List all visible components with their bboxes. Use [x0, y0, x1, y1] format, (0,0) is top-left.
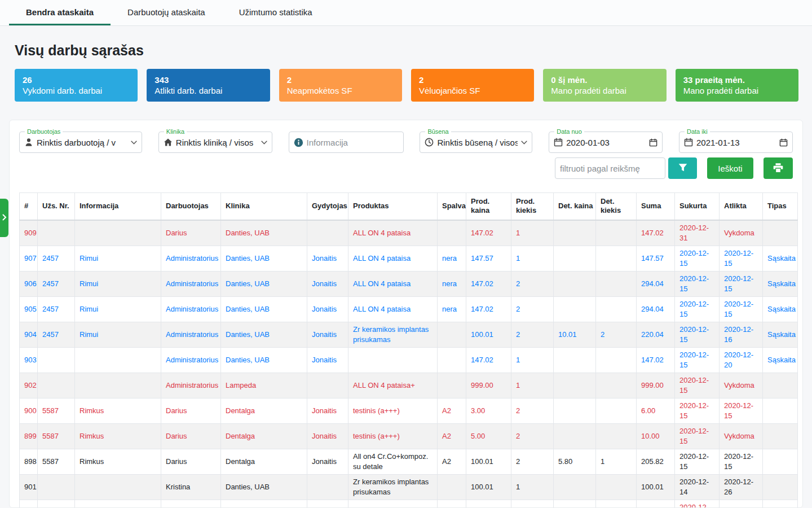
cell-num[interactable]: 903	[20, 347, 38, 373]
cell-tipas[interactable]: Sąskaita	[763, 246, 798, 271]
cell-det-kiekis[interactable]: 2	[596, 322, 637, 347]
person-icon	[24, 138, 33, 147]
cell-darbuotojas[interactable]: Administratorius	[161, 246, 221, 271]
cell-tipas	[763, 500, 798, 508]
cell-gydytojas[interactable]: Jonaitis	[307, 322, 348, 347]
cell-atlikta[interactable]: 2020-12-15	[720, 296, 763, 322]
cell-tipas	[763, 449, 798, 474]
cell-informacija[interactable]: Rimui	[75, 246, 161, 271]
cell-klinika[interactable]: Danties, UAB	[221, 246, 307, 271]
cell-suma[interactable]: 147.57	[637, 246, 675, 271]
tab-bendra-ataskaita[interactable]: Bendra ataskaita	[9, 0, 111, 25]
cell-prod-kaina[interactable]: 147.02	[466, 347, 511, 373]
date-to-input[interactable]: Data iki 2021-01-13	[679, 132, 793, 153]
cell-darbuotojas[interactable]: Administratorius	[161, 296, 221, 322]
cell-prod-kaina[interactable]: 147.02	[466, 271, 511, 296]
content-panel: Darbuotojas Rinktis darbuotoją / v Klini…	[9, 120, 803, 508]
cell-spalva[interactable]: nera	[438, 296, 466, 322]
cell-tipas[interactable]: Sąskaita	[763, 322, 798, 347]
table-row: 9052457RimuiAdministratoriusDanties, UAB…	[20, 296, 798, 322]
cell-sukurta[interactable]: 2020-12-15	[675, 296, 720, 322]
cell-produktas[interactable]: ALL ON 4 pataisa	[348, 296, 438, 322]
cell-num: 898	[20, 449, 38, 474]
cell-prod-kiekis[interactable]: 2	[511, 296, 554, 322]
cell-prod-kiekis[interactable]: 1	[511, 246, 554, 271]
cell-prod-kaina[interactable]: 100.01	[466, 322, 511, 347]
cell-informacija[interactable]: Rimui	[75, 322, 161, 347]
status-select[interactable]: Būsena Rinktis būseną / visos	[420, 132, 532, 153]
cell-suma[interactable]: 147.02	[637, 347, 675, 373]
search-button[interactable]: Ieškoti	[707, 157, 753, 179]
clinic-select-value: Rinktis kliniką / visos	[176, 138, 258, 147]
cell-num: 897	[20, 500, 38, 508]
cell-klinika[interactable]: Danties, UAB	[221, 322, 307, 347]
home-icon	[164, 138, 173, 147]
cell-tipas[interactable]: Sąskaita	[763, 347, 798, 373]
cell-num[interactable]: 905	[20, 296, 38, 322]
filter-value-input[interactable]	[560, 164, 660, 173]
print-button[interactable]	[764, 157, 793, 179]
cell-gydytojas[interactable]: Jonaitis	[307, 271, 348, 296]
cell-prod-kiekis: 1	[511, 500, 554, 508]
cell-gydytojas[interactable]: Jonaitis	[307, 246, 348, 271]
cell-uzs-nr[interactable]: 2457	[38, 322, 75, 347]
employee-select[interactable]: Darbuotojas Rinktis darbuotoją / v	[19, 132, 142, 153]
cell-prod-kiekis[interactable]: 2	[511, 271, 554, 296]
cell-klinika[interactable]: Danties, UAB	[221, 271, 307, 296]
cell-informacija[interactable]: Rimui	[75, 271, 161, 296]
cell-uzs-nr[interactable]: 2457	[38, 296, 75, 322]
cell-sukurta[interactable]: 2020-12-15	[675, 347, 720, 373]
cell-darbuotojas: Kristina	[161, 474, 221, 500]
cell-det-kiekis	[596, 423, 637, 449]
cell-darbuotojas[interactable]: Administratorius	[161, 271, 221, 296]
tab-uzimtumo-statistika[interactable]: Užimtumo statistika	[222, 0, 329, 25]
cell-atlikta[interactable]: 2020-12-20	[720, 347, 763, 373]
cell-uzs-nr[interactable]: 2457	[38, 271, 75, 296]
cell-gydytojas[interactable]: Jonaitis	[307, 347, 348, 373]
cell-tipas[interactable]: Sąskaita	[763, 296, 798, 322]
cell-suma[interactable]: 220.04	[637, 322, 675, 347]
cell-darbuotojas[interactable]: Administratorius	[161, 322, 221, 347]
cell-prod-kaina[interactable]: 147.57	[466, 246, 511, 271]
filter-button[interactable]	[668, 157, 697, 179]
date-from-input[interactable]: Data nuo 2020-01-03	[549, 132, 663, 153]
cell-uzs-nr[interactable]: 2457	[38, 246, 75, 271]
cell-tipas[interactable]: Sąskaita	[763, 271, 798, 296]
cell-darbuotojas[interactable]: Administratorius	[161, 347, 221, 373]
employee-select-label: Darbuotojas	[25, 128, 63, 135]
info-input[interactable]	[307, 138, 399, 147]
clinic-select[interactable]: Klinika Rinktis kliniką / visos	[158, 132, 272, 153]
cell-atlikta[interactable]: 2020-12-15	[720, 246, 763, 271]
cell-prod-kaina: 999.00	[466, 373, 511, 398]
cell-spalva[interactable]: nera	[438, 246, 466, 271]
cell-suma[interactable]: 294.04	[637, 296, 675, 322]
tab-darbuotoju-ataskaita[interactable]: Darbuotojų ataskaita	[111, 0, 222, 25]
cell-informacija[interactable]: Rimui	[75, 296, 161, 322]
cell-klinika[interactable]: Danties, UAB	[221, 347, 307, 373]
cell-num[interactable]: 906	[20, 271, 38, 296]
cell-atlikta[interactable]: 2020-12-15	[720, 271, 763, 296]
cell-produktas[interactable]: ALL ON 4 pataisa	[348, 271, 438, 296]
cell-atlikta[interactable]: 2020-12-16	[720, 322, 763, 347]
cell-num[interactable]: 904	[20, 322, 38, 347]
cell-produktas[interactable]: ALL ON 4 pataisa	[348, 246, 438, 271]
cell-spalva[interactable]: nera	[438, 271, 466, 296]
cell-num[interactable]: 907	[20, 246, 38, 271]
cell-prod-kiekis[interactable]: 1	[511, 347, 554, 373]
cell-gydytojas[interactable]: Jonaitis	[307, 296, 348, 322]
cell-sukurta[interactable]: 2020-12-15	[675, 246, 720, 271]
cell-suma[interactable]: 294.04	[637, 271, 675, 296]
card-label: Mano pradėti darbai	[683, 86, 791, 95]
cell-prod-kaina[interactable]: 147.02	[466, 296, 511, 322]
cell-produktas[interactable]: Zr keramikos implantas prisukamas	[348, 322, 438, 347]
cell-klinika: Danties, UAB	[221, 220, 307, 246]
cell-prod-kiekis[interactable]: 2	[511, 322, 554, 347]
sidebar-toggle[interactable]	[0, 199, 8, 237]
cell-det-kaina[interactable]: 10.01	[554, 322, 596, 347]
calendar-picker-icon[interactable]	[649, 138, 657, 147]
cell-sukurta[interactable]: 2020-12-15	[675, 322, 720, 347]
cell-klinika[interactable]: Danties, UAB	[221, 296, 307, 322]
calendar-picker-icon[interactable]	[779, 138, 788, 147]
cell-sukurta[interactable]: 2020-12-15	[675, 271, 720, 296]
calendar-icon	[554, 138, 563, 147]
